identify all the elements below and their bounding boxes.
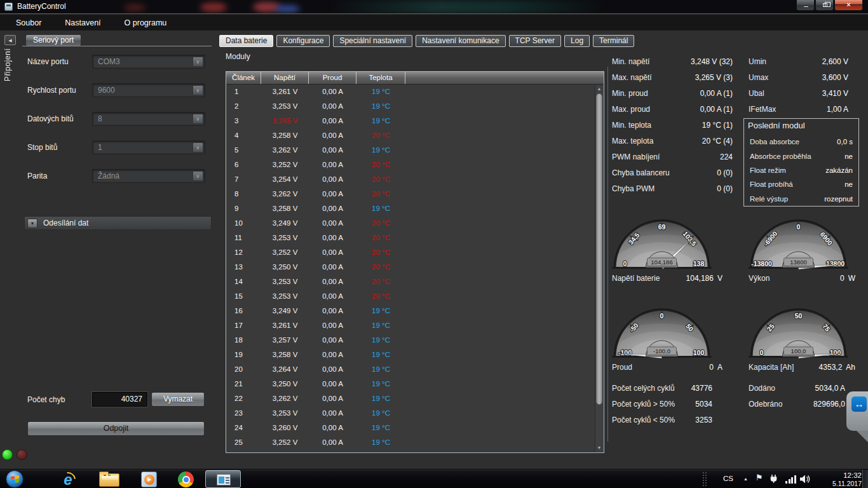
cell-number: 9 <box>226 201 261 216</box>
tab-tcp-server[interactable]: TCP Server <box>509 35 561 47</box>
table-row[interactable]: 53,262 V0,00 A19 °C <box>226 143 604 158</box>
cell-number: 12 <box>226 245 261 260</box>
serial-port-section-header[interactable]: Seriový port <box>25 34 81 46</box>
gauge-caption: Napětí baterie104,186V <box>612 274 722 284</box>
table-row[interactable]: 213,250 V0,00 A19 °C <box>226 377 604 391</box>
menu-item-o-programu[interactable]: O programu <box>125 18 167 27</box>
volume-icon[interactable] <box>799 474 811 487</box>
disconnect-button[interactable]: Odpojit <box>27 421 205 436</box>
tab-terminal[interactable]: Terminál <box>593 35 634 47</box>
power-plug-icon[interactable] <box>769 473 779 486</box>
cycle-stats: Počet celých cyklů43776Počet cyklů > 50%… <box>612 380 712 428</box>
show-desktop-button[interactable] <box>862 470 868 488</box>
table-row[interactable]: 253,252 V0,00 A19 °C <box>226 435 604 450</box>
stat-value: 3,265 V (3) <box>695 73 733 82</box>
gauge-tick-label: 50 <box>795 312 803 320</box>
taskbar-clock[interactable]: 12:32 5.11.2017 <box>824 471 862 487</box>
table-row[interactable]: 193,258 V0,00 A19 °C <box>226 348 604 362</box>
table-row[interactable]: 93,258 V0,00 A19 °C <box>226 201 604 216</box>
table-row[interactable]: 13,261 V0,00 A19 °C <box>226 85 604 99</box>
table-row[interactable]: 113,253 V0,00 A20 °C <box>226 231 604 245</box>
tab-specialni-nastaveni[interactable]: Speciální nastavení <box>333 35 412 47</box>
teamviewer-tab[interactable]: ↔ <box>846 391 868 431</box>
voltage-cell: 3,253 V <box>261 406 309 421</box>
chevron-down-icon[interactable]: ∨ <box>193 85 203 95</box>
tab-data-baterie[interactable]: Data baterie <box>219 35 273 47</box>
cycle-stat-value: 5034 <box>695 400 712 409</box>
internet-explorer-icon[interactable]: e <box>60 471 76 488</box>
action-center-icon[interactable]: ⚑ <box>756 473 763 482</box>
chrome-icon[interactable] <box>178 471 194 487</box>
table-row[interactable]: 123,252 V0,00 A20 °C <box>226 245 604 260</box>
table-header: ČlánekNapětíProudTeplota <box>226 72 604 85</box>
energy-stat-label: Odebráno <box>749 400 782 409</box>
table-row[interactable]: 243,260 V0,00 A19 °C <box>226 421 604 435</box>
stat-label: Chyba balanceru <box>612 168 670 177</box>
param-value: 2,600 V <box>822 57 848 66</box>
tab-konfigurace[interactable]: Konfigurace <box>276 35 330 47</box>
table-row[interactable]: 83,262 V0,00 A20 °C <box>226 187 604 201</box>
file-explorer-icon[interactable] <box>99 473 119 487</box>
show-hidden-icons[interactable]: ▲ <box>743 477 748 481</box>
menu-item-nastaveni[interactable]: Nastavení <box>65 18 100 27</box>
field-label: Rychlost portu <box>27 86 76 95</box>
nazev-portu-select[interactable]: COM3∨ <box>92 55 205 69</box>
table-row[interactable]: 203,264 V0,00 A19 °C <box>226 362 604 377</box>
table-row[interactable]: 103,249 V0,00 A20 °C <box>226 216 604 231</box>
table-row[interactable]: 173,261 V0,00 A19 °C <box>226 318 604 333</box>
clear-errors-button[interactable]: Vymazat <box>151 392 205 407</box>
close-button[interactable]: × <box>834 0 863 11</box>
table-row[interactable]: 233,253 V0,00 A19 °C <box>226 406 604 421</box>
language-indicator[interactable]: CS <box>723 475 733 482</box>
datovych-bitu-select[interactable]: 8∨ <box>92 112 205 126</box>
table-row[interactable]: 33,265 V0,00 A19 °C <box>226 114 604 128</box>
table-scrollbar[interactable]: ▲ ▼ <box>595 85 603 452</box>
menu-item-soubor[interactable]: Soubor <box>16 18 41 27</box>
scroll-up-icon[interactable]: ▲ <box>595 85 603 93</box>
sidebar-collapse-button[interactable]: ◀ <box>4 35 16 45</box>
network-signal-icon[interactable] <box>785 475 797 484</box>
stop-bitu-select[interactable]: 1∨ <box>92 140 205 154</box>
cell-number: 20 <box>226 362 261 377</box>
table-row[interactable]: 183,257 V0,00 A19 °C <box>226 333 604 348</box>
window-titlebar[interactable]: BatteryControl × <box>0 0 868 14</box>
table-row[interactable]: 43,258 V0,00 A20 °C <box>226 128 604 143</box>
chevron-down-icon[interactable]: ∨ <box>193 171 203 181</box>
param-label: Umax <box>749 73 768 82</box>
voltage-cell: 3,258 V <box>261 128 309 143</box>
chevron-down-icon[interactable]: ∨ <box>193 142 203 152</box>
gauge-value-number: 0 <box>709 363 714 372</box>
error-count-field[interactable]: 40327 <box>92 392 147 407</box>
start-button[interactable] <box>6 470 24 488</box>
tab-nastaveni-komunikace[interactable]: Nastavení komunikace <box>416 35 505 47</box>
scroll-down-icon[interactable]: ▼ <box>595 444 603 452</box>
table-row[interactable]: 163,249 V0,00 A19 °C <box>226 304 604 318</box>
rychlost-portu-select[interactable]: 9600∨ <box>92 83 205 97</box>
table-row[interactable]: 143,253 V0,00 A20 °C <box>226 274 604 289</box>
voltage-cell: 3,262 V <box>261 143 309 158</box>
table-row[interactable]: 133,250 V0,00 A20 °C <box>226 260 604 274</box>
chevron-down-icon[interactable]: ▼ <box>27 219 37 228</box>
restore-button[interactable] <box>815 0 834 11</box>
voltage-cell: 3,261 V <box>261 85 309 99</box>
taskbar-active-app[interactable] <box>205 470 241 488</box>
tab-log[interactable]: Log <box>564 35 590 47</box>
table-row[interactable]: 73,254 V0,00 A20 °C <box>226 172 604 187</box>
chevron-down-icon[interactable]: ∨ <box>193 57 203 67</box>
minimize-button[interactable] <box>796 0 815 11</box>
table-row[interactable]: 63,252 V0,00 A20 °C <box>226 158 604 172</box>
chevron-down-icon[interactable]: ∨ <box>193 114 203 124</box>
parita-select[interactable]: Žádná∨ <box>92 169 205 183</box>
last-module-rows: Doba absorbce0,0 sAbsorbce proběhlaneFlo… <box>750 135 853 206</box>
table-row[interactable]: 153,253 V0,00 A20 °C <box>226 289 604 304</box>
table-row[interactable]: 223,262 V0,00 A19 °C <box>226 391 604 406</box>
table-row[interactable]: 23,253 V0,00 A19 °C <box>226 99 604 114</box>
scrollbar-thumb[interactable] <box>596 93 602 405</box>
sidebar-tab-pripojeni[interactable]: Připojení <box>3 48 12 81</box>
combo-value: 9600 <box>98 86 115 95</box>
media-player-icon[interactable]: ▶ <box>141 471 157 487</box>
voltage-cell: 3,265 V <box>261 114 309 128</box>
current-cell: 0,00 A <box>309 187 356 201</box>
expander-odesilani-dat[interactable]: ▼ Odesílání dat <box>24 216 212 230</box>
stat-value: 19 °C (1) <box>702 121 733 130</box>
